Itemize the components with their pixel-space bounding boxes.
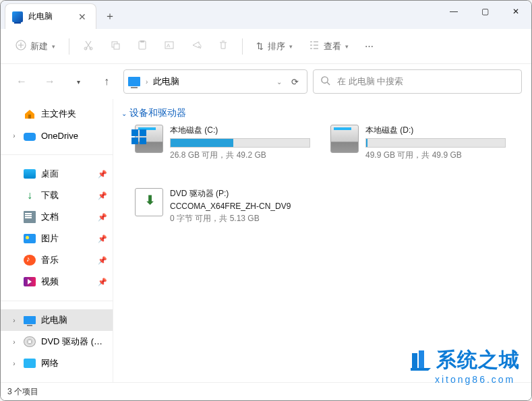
chevron-right-icon[interactable]: › <box>10 132 18 140</box>
new-tab-button[interactable]: ＋ <box>96 3 123 29</box>
svg-point-9 <box>322 77 328 83</box>
separator <box>242 38 243 55</box>
drive-icon <box>135 125 163 153</box>
paste-icon <box>137 40 148 53</box>
body: 主文件夹 › OneDrive 桌面📌↓下载📌文档📌图片📌音乐📌视频📌 › 此电… <box>1 99 531 382</box>
paste-button[interactable] <box>130 36 154 57</box>
sidebar-item-this-pc[interactable]: › 此电脑 <box>1 309 113 331</box>
drive-item[interactable]: 本地磁盘 (C:)26.8 GB 可用，共 49.2 GB <box>135 125 310 161</box>
status-bar: 3 个项目 <box>1 382 531 400</box>
copy-button[interactable] <box>103 36 127 57</box>
sidebar-item-label: 主文件夹 <box>41 108 107 120</box>
content-area: ⌄ 设备和驱动器 本地磁盘 (C:)26.8 GB 可用，共 49.2 GB本地… <box>113 99 531 382</box>
back-button[interactable]: ← <box>10 70 33 93</box>
this-pc-icon <box>24 316 36 324</box>
sidebar-item-quick[interactable]: 图片📌 <box>1 228 113 249</box>
rename-icon: A <box>164 40 175 53</box>
pin-icon: 📌 <box>98 170 107 179</box>
svg-rect-4 <box>114 44 119 49</box>
document-icon <box>24 211 36 223</box>
sidebar-item-quick[interactable]: ↓下载📌 <box>1 185 113 206</box>
chevron-right-icon[interactable]: › <box>10 317 18 324</box>
new-button[interactable]: 新建 ▾ <box>9 36 62 57</box>
pin-icon: 📌 <box>98 213 107 222</box>
this-pc-icon <box>128 77 140 86</box>
sort-icon: ⇅ <box>256 41 264 51</box>
drive-usage-bar <box>365 138 506 148</box>
drive-stats: 26.8 GB 可用，共 49.2 GB <box>170 150 310 161</box>
drive-item[interactable]: DVD 驱动器 (P:)CCCOMA_X64FRE_ZH-CN_DV90 字节 … <box>135 188 310 224</box>
sidebar-item-label: 网络 <box>41 357 107 369</box>
group-title: 设备和驱动器 <box>129 107 186 119</box>
home-icon <box>24 108 36 120</box>
chevron-down-icon: ▾ <box>345 43 349 50</box>
sidebar-item-label: 桌面 <box>41 168 92 180</box>
group-header-devices[interactable]: ⌄ 设备和驱动器 <box>121 104 523 125</box>
drive-title: 本地磁盘 (D:) <box>365 125 506 136</box>
more-button[interactable]: ⋯ <box>358 37 380 55</box>
drive-usage-bar <box>170 138 310 148</box>
chevron-right-icon[interactable]: › <box>10 360 18 367</box>
sidebar-item-label: 下载 <box>41 189 92 202</box>
video-icon <box>24 277 36 286</box>
recent-locations-button[interactable]: ▾ <box>67 70 90 93</box>
sidebar-item-quick[interactable]: 视频📌 <box>1 271 113 292</box>
sidebar-item-label: 音乐 <box>41 254 92 266</box>
maximize-button[interactable]: ▢ <box>469 1 500 22</box>
sidebar-item-dvd[interactable]: › DVD 驱动器 (P:) CCCOMA_X64F… <box>1 331 113 352</box>
search-input[interactable]: 在 此电脑 中搜索 <box>313 69 522 94</box>
breadcrumb[interactable]: 此电脑 <box>153 75 179 88</box>
refresh-button[interactable]: ⟳ <box>287 77 303 87</box>
drive-stats: 0 字节 可用，共 5.13 GB <box>170 213 310 224</box>
search-icon <box>320 75 330 88</box>
svg-rect-6 <box>140 40 144 42</box>
pin-icon: 📌 <box>98 278 107 286</box>
separator <box>69 38 69 55</box>
pin-icon: 📌 <box>98 191 107 200</box>
sort-label: 排序 <box>268 40 285 53</box>
sidebar-item-quick[interactable]: 文档📌 <box>1 206 113 228</box>
network-icon <box>24 359 36 368</box>
window-controls: — ▢ ✕ <box>438 1 531 22</box>
sidebar-item-quick[interactable]: 音乐📌 <box>1 249 113 271</box>
view-button[interactable]: 查看 ▾ <box>302 36 355 57</box>
chevron-down-icon: ⌄ <box>121 110 127 117</box>
up-button[interactable]: ↑ <box>95 70 118 93</box>
chevron-down-icon[interactable]: ⌄ <box>276 78 282 86</box>
drive-icon <box>330 125 359 153</box>
sidebar-item-label: 视频 <box>41 276 92 288</box>
music-icon <box>24 255 36 266</box>
sidebar-item-label: 此电脑 <box>41 314 107 326</box>
tab-this-pc[interactable]: 此电脑 ✕ <box>5 3 96 29</box>
chevron-down-icon: ▾ <box>289 43 293 50</box>
sort-button[interactable]: ⇅ 排序 ▾ <box>249 36 299 57</box>
download-icon: ↓ <box>24 189 36 202</box>
forward-button[interactable]: → <box>38 70 61 93</box>
drive-stats: 49.9 GB 可用，共 49.9 GB <box>365 150 506 161</box>
sidebar-item-home[interactable]: 主文件夹 <box>1 103 113 125</box>
navigation-sidebar: 主文件夹 › OneDrive 桌面📌↓下载📌文档📌图片📌音乐📌视频📌 › 此电… <box>1 99 113 382</box>
sidebar-item-label: 文档 <box>41 211 92 223</box>
sidebar-item-network[interactable]: › 网络 <box>1 352 113 374</box>
this-pc-icon <box>12 11 23 22</box>
chevron-right-icon[interactable]: › <box>10 338 18 346</box>
cut-button[interactable] <box>76 36 100 57</box>
command-toolbar: 新建 ▾ A ⇅ 排序 ▾ 查看 ▾ ⋯ <box>1 29 531 64</box>
sidebar-item-quick[interactable]: 桌面📌 <box>1 163 113 185</box>
minimize-button[interactable]: — <box>438 1 469 22</box>
close-tab-icon[interactable]: ✕ <box>78 11 86 22</box>
navigation-row: ← → ▾ ↑ › 此电脑 ⌄ ⟳ 在 此电脑 中搜索 <box>1 64 531 99</box>
delete-button[interactable] <box>211 36 235 57</box>
drive-item[interactable]: 本地磁盘 (D:)49.9 GB 可用，共 49.9 GB <box>330 125 506 161</box>
close-window-button[interactable]: ✕ <box>500 1 531 22</box>
drive-subtitle: CCCOMA_X64FRE_ZH-CN_DV9 <box>170 202 310 211</box>
svg-text:A: A <box>167 42 171 49</box>
address-bar[interactable]: › 此电脑 ⌄ ⟳ <box>123 69 307 94</box>
sidebar-item-label: DVD 驱动器 (P:) CCCOMA_X64F… <box>41 336 107 348</box>
share-button[interactable] <box>184 36 208 57</box>
title-bar: 此电脑 ✕ ＋ — ▢ ✕ <box>1 1 531 29</box>
trash-icon <box>218 40 229 53</box>
sidebar-item-onedrive[interactable]: › OneDrive <box>1 125 113 146</box>
rename-button[interactable]: A <box>157 36 181 57</box>
view-icon <box>309 40 320 53</box>
